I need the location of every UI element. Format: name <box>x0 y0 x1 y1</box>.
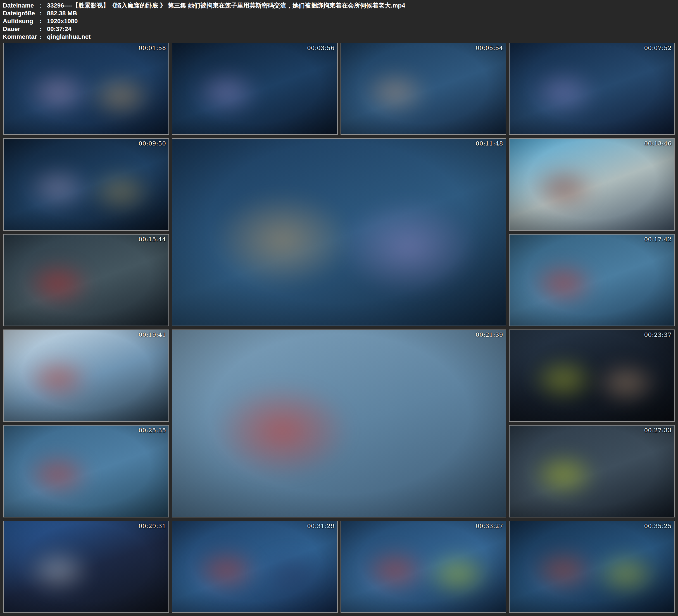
video-thumbnail: 00:29:31 <box>3 521 169 613</box>
timestamp-overlay: 00:35:25 <box>644 523 672 530</box>
filename-value: 33296----【胜景影视】《陷入魔窟的卧底 》 第三集 她们被拘束在笼子里用… <box>47 2 405 9</box>
timestamp-overlay: 00:05:54 <box>476 45 503 51</box>
dominant-color-accent <box>192 69 261 116</box>
timestamp-overlay: 00:31:29 <box>307 523 334 530</box>
video-thumbnail: 00:15:44 <box>3 234 169 326</box>
timestamp-overlay: 00:03:56 <box>307 45 334 51</box>
meta-label: Dateiname <box>3 2 40 9</box>
meta-separator: : <box>40 2 47 9</box>
timestamp-overlay: 00:11:48 <box>476 140 503 147</box>
timestamp-overlay: 00:33:27 <box>476 523 503 530</box>
meta-row-comment: Kommentar : qinglanhua.net <box>3 33 675 41</box>
dominant-color-accent <box>24 69 93 116</box>
file-metadata-header: Dateiname : 33296----【胜景影视】《陷入魔窟的卧底 》 第三… <box>3 2 675 42</box>
video-thumbnail: 00:07:52 <box>509 43 675 135</box>
meta-separator: : <box>40 9 47 17</box>
dominant-color-accent <box>592 550 661 598</box>
dominant-color-accent <box>529 69 598 116</box>
meta-label: Auflösung <box>3 17 40 25</box>
dominant-color-accent <box>423 550 492 598</box>
timestamp-overlay: 00:23:37 <box>644 332 672 338</box>
timestamp-overlay: 00:25:35 <box>139 427 166 434</box>
meta-separator: : <box>40 25 47 33</box>
dominant-color-accent <box>192 547 261 594</box>
video-thumbnail: 00:31:29 <box>172 521 337 613</box>
video-preview-sheet: Dateiname : 33296----【胜景影视】《陷入魔窟的卧底 》 第三… <box>0 0 678 616</box>
meta-separator: : <box>40 17 47 25</box>
video-thumbnail: 00:25:35 <box>3 425 169 517</box>
meta-label: Kommentar <box>3 33 40 41</box>
meta-row-filesize: Dateigröße : 882.38 MB <box>3 9 675 17</box>
dominant-color-accent <box>24 547 93 594</box>
timestamp-overlay: 00:21:39 <box>476 332 503 338</box>
dominant-color-accent <box>86 168 155 216</box>
timestamp-overlay: 00:01:58 <box>139 45 166 51</box>
video-thumbnail: 00:27:33 <box>509 425 675 517</box>
dominant-color-accent <box>24 260 93 307</box>
dominant-color-accent <box>361 69 430 116</box>
comment-value: qinglanhua.net <box>47 33 90 41</box>
duration-value: 00:37:24 <box>47 25 72 33</box>
dominant-color-accent <box>529 451 598 499</box>
video-thumbnail: 00:05:54 <box>341 43 506 135</box>
thumbnail-grid: 00:01:5800:03:5600:05:5400:07:5200:09:50… <box>3 43 675 613</box>
dominant-color-accent <box>212 382 352 479</box>
video-thumbnail: 00:09:50 <box>3 138 169 230</box>
meta-row-filename: Dateiname : 33296----【胜景影视】《陷入魔窟的卧底 》 第三… <box>3 2 675 9</box>
dominant-color-accent <box>529 547 598 594</box>
dominant-color-accent <box>339 198 479 296</box>
timestamp-overlay: 00:07:52 <box>644 45 672 51</box>
dominant-color-accent <box>255 550 324 598</box>
meta-separator: : <box>40 33 47 41</box>
timestamp-overlay: 00:29:31 <box>139 523 166 530</box>
filesize-value: 882.38 MB <box>47 9 77 17</box>
video-thumbnail: 00:21:39 <box>172 330 506 517</box>
video-thumbnail: 00:17:42 <box>509 234 675 326</box>
meta-row-duration: Dauer : 00:37:24 <box>3 25 675 33</box>
dominant-color-accent <box>529 355 598 403</box>
timestamp-overlay: 00:19:41 <box>139 332 166 338</box>
video-thumbnail: 00:23:37 <box>509 330 675 422</box>
timestamp-overlay: 00:13:46 <box>644 140 672 147</box>
meta-label: Dauer <box>3 25 40 33</box>
timestamp-overlay: 00:27:33 <box>644 427 672 434</box>
video-thumbnail: 00:03:56 <box>172 43 337 135</box>
video-thumbnail: 00:35:25 <box>509 521 675 613</box>
resolution-value: 1920x1080 <box>47 17 78 25</box>
dominant-color-accent <box>212 191 352 288</box>
dominant-color-accent <box>24 451 93 499</box>
meta-label: Dateigröße <box>3 9 40 17</box>
timestamp-overlay: 00:15:44 <box>139 236 166 243</box>
dominant-color-accent <box>529 260 598 307</box>
dominant-color-accent <box>592 359 661 407</box>
video-thumbnail: 00:11:48 <box>172 138 506 326</box>
meta-row-resolution: Auflösung : 1920x1080 <box>3 17 675 25</box>
dominant-color-accent <box>529 164 598 212</box>
dominant-color-accent <box>24 164 93 212</box>
timestamp-overlay: 00:09:50 <box>139 140 166 147</box>
dominant-color-accent <box>361 547 430 594</box>
video-thumbnail: 00:01:58 <box>3 43 169 135</box>
video-thumbnail: 00:33:27 <box>341 521 506 613</box>
dominant-color-accent <box>24 355 93 403</box>
video-thumbnail: 00:19:41 <box>3 330 169 422</box>
dominant-color-accent <box>86 72 155 120</box>
timestamp-overlay: 00:17:42 <box>644 236 672 243</box>
video-thumbnail: 00:13:46 <box>509 138 675 230</box>
